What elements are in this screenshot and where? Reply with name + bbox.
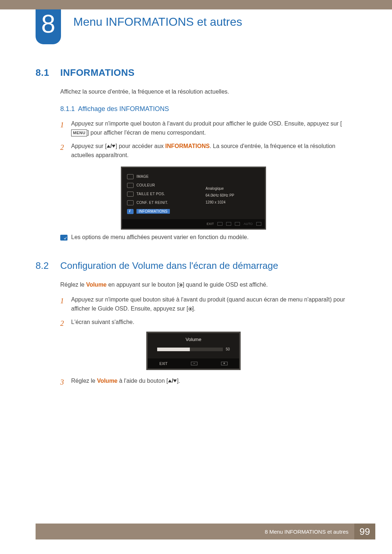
- size-icon: [127, 192, 134, 197]
- subsection-title: Affichage des INFORMATIONS: [78, 105, 169, 112]
- step-text: ] pour accéder aux: [115, 143, 165, 149]
- page-number: 99: [354, 524, 375, 539]
- footer-bar: 8 Menu INFORMATIONS et autres: [36, 524, 354, 539]
- top-bar: [0, 0, 392, 9]
- osd-info-freq: 64.0kHz 60Hz PP: [205, 192, 260, 199]
- keyword-informations: INFORMATIONS: [165, 143, 209, 149]
- note-text: Les options de menu affichées peuvent va…: [71, 234, 249, 240]
- down-arrow-icon: [173, 379, 177, 382]
- section-8-1-intro: Affichez la source d'entrée, la fréquenc…: [60, 88, 351, 96]
- section-8-2-intro: Réglez le Volume en appuyant sur le bout…: [60, 281, 351, 289]
- chapter-title: Menu INFORMATIONS et autres: [73, 15, 242, 29]
- section-title: INFORMATIONS: [60, 67, 135, 78]
- info-icon: [127, 209, 134, 214]
- steps-8-1-1: 1 Appuyez sur n'importe quel bouton à l'…: [60, 119, 351, 160]
- step-number: 2: [60, 318, 64, 329]
- page-content: 8.1INFORMATIONS Affichez la source d'ent…: [36, 67, 351, 390]
- section-8-1-heading: 8.1INFORMATIONS: [36, 67, 351, 78]
- section-title: Configuration de Volume dans l'écran de …: [60, 260, 278, 271]
- volume-bar: 50: [148, 347, 239, 358]
- circle-button-icon: [179, 283, 183, 287]
- volume-value: 50: [226, 347, 230, 351]
- volume-plus-icon: +: [221, 362, 228, 365]
- osd-menu-list: IMAGE COULEUR TAILLE ET POS. CONF. ET RE…: [127, 173, 196, 216]
- section-number: 8.2: [36, 260, 60, 271]
- osd-item-image: IMAGE: [127, 173, 196, 181]
- step-3: 3 Réglez le Volume à l'aide du bouton [/…: [60, 377, 351, 386]
- step-2: 2 L'écran suivant s'affiche.: [60, 318, 351, 327]
- keyword-volume: Volume: [86, 282, 107, 288]
- step-number: 1: [60, 119, 64, 131]
- osd-item-couleur: COULEUR: [127, 181, 196, 189]
- note: Les options de menu affichées peuvent va…: [60, 234, 351, 241]
- circle-button-icon: [188, 307, 192, 311]
- volume-fill: [157, 348, 190, 351]
- volume-footer: EXIT − +: [148, 358, 239, 369]
- osd-auto-label: AUTO: [244, 222, 253, 226]
- volume-title: Volume: [148, 333, 239, 347]
- note-icon: [60, 235, 68, 241]
- osd-footer: EXIT AUTO: [122, 219, 265, 229]
- chapter-number-tab: 8: [36, 9, 61, 44]
- osd-down-icon: [217, 222, 222, 226]
- step-text: Appuyez sur [: [71, 143, 107, 149]
- up-arrow-icon: [107, 145, 110, 148]
- gear-icon: [127, 200, 134, 205]
- step-number: 2: [60, 142, 64, 153]
- step-text: Appuyez sur n'importe quel bouton à l'av…: [71, 120, 342, 127]
- osd-item-informations-selected: INFORMATIONS: [127, 208, 196, 216]
- steps-8-2-cont: 3 Réglez le Volume à l'aide du bouton [/…: [60, 377, 351, 386]
- page-footer: 8 Menu INFORMATIONS et autres 99: [36, 524, 375, 539]
- step-1: 1 Appuyez sur n'importe quel bouton à l'…: [60, 119, 351, 138]
- footer-text: 8 Menu INFORMATIONS et autres: [265, 529, 348, 535]
- osd-info-res: 1280 x 1024: [205, 199, 260, 206]
- up-arrow-icon: [168, 379, 172, 382]
- volume-minus-icon: −: [191, 362, 197, 365]
- osd-info-source: Analogique: [205, 185, 260, 192]
- volume-osd-screenshot: Volume 50 EXIT − +: [146, 332, 241, 370]
- color-icon: [127, 183, 134, 188]
- section-8-2-heading: 8.2Configuration de Volume dans l'écran …: [36, 260, 351, 271]
- step-text: ] pour afficher l'écran de menu correspo…: [87, 130, 206, 136]
- subsection-number: 8.1.1: [60, 105, 75, 112]
- step-2: 2 Appuyez sur [/] pour accéder aux INFOR…: [60, 142, 351, 160]
- osd-info-panel: Analogique 64.0kHz 60Hz PP 1280 x 1024: [196, 173, 260, 216]
- osd-item-taille: TAILLE ET POS.: [127, 190, 196, 198]
- osd-item-conf: CONF. ET REINIT.: [127, 199, 196, 207]
- menu-button-label: MENU: [71, 130, 87, 136]
- step-number: 3: [60, 377, 64, 388]
- keyword-volume: Volume: [97, 378, 118, 384]
- image-icon: [127, 174, 134, 179]
- section-number: 8.1: [36, 67, 60, 78]
- steps-8-2: 1 Appuyez sur n'importe quel bouton situ…: [60, 295, 351, 327]
- volume-exit-label: EXIT: [159, 362, 167, 366]
- osd-screenshot: IMAGE COULEUR TAILLE ET POS. CONF. ET RE…: [121, 167, 266, 230]
- osd-power-icon: [256, 222, 261, 226]
- osd-enter-icon: [235, 222, 240, 226]
- osd-up-icon: [226, 222, 231, 226]
- step-1: 1 Appuyez sur n'importe quel bouton situ…: [60, 295, 351, 313]
- step-number: 1: [60, 295, 64, 307]
- osd-exit-label: EXIT: [207, 222, 214, 226]
- down-arrow-icon: [112, 145, 115, 148]
- subsection-8-1-1-heading: 8.1.1 Affichage des INFORMATIONS: [60, 105, 351, 113]
